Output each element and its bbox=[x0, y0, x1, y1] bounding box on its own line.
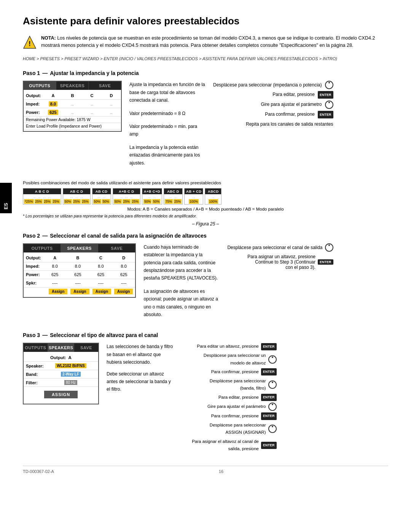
step2-spkr-c: ---- bbox=[89, 280, 112, 286]
step2-note2: La asignación de altavoces es opcional; … bbox=[143, 288, 220, 319]
tab-save[interactable]: SAVE bbox=[89, 81, 121, 90]
step2-imped-a: 8.0 bbox=[43, 263, 66, 269]
step1-controls: Desplácese para seleccionar (impedancia … bbox=[213, 81, 333, 130]
step3-note1: Las selecciones de banda y filtro se bas… bbox=[107, 343, 175, 366]
svg-point-9 bbox=[272, 356, 273, 358]
step2-side-notes: Cuando haya terminado de establecer la i… bbox=[143, 243, 220, 321]
step2-col-c: C bbox=[89, 255, 112, 261]
step2-ctrl-row-1: Desplácese para seleccionar el canal de … bbox=[227, 243, 333, 252]
step3-controls: Para editar un altavoz, presione ENTER D… bbox=[183, 343, 277, 454]
step3-enter-3: ENTER bbox=[261, 394, 277, 401]
figura: – Figura 25 – bbox=[23, 221, 388, 227]
assign-btn-b[interactable]: Assign bbox=[70, 289, 89, 294]
step2-output-label: Output: bbox=[24, 254, 43, 261]
step2-spkr-a: ---- bbox=[43, 280, 66, 286]
tab-speakers[interactable]: SPEAKERS bbox=[56, 81, 89, 90]
step2-controls: Desplácese para seleccionar el canal de … bbox=[227, 243, 333, 272]
imped-c: .. bbox=[82, 101, 102, 107]
step3-ctrl-row-3: Para confirmar, presione ENTER bbox=[183, 368, 277, 376]
ctrl-row-3: Gire para ajustar el parámetro bbox=[213, 101, 333, 109]
mode-abc-d: ABC D ... ... 75% 25% bbox=[164, 188, 183, 204]
remaining-power-info: Remaining Power Available: 1875 W bbox=[24, 117, 121, 123]
modes-grid: A B C D ... ... ... ... *25% 25% 25% 25%… bbox=[23, 188, 388, 204]
tab3-speakers[interactable]: SPEAKERS bbox=[48, 343, 75, 352]
step3-enter-2: ENTER bbox=[261, 368, 277, 375]
tab2-outputs[interactable]: OUTPUTS bbox=[24, 244, 61, 252]
imped-b: .. bbox=[63, 101, 82, 107]
step2-title: Paso 2—Seleccionar el canal de salida pa… bbox=[23, 233, 388, 239]
step3-ctrl-text-8: Desplácese para seleccionar ASSIGN (ASIG… bbox=[198, 422, 266, 436]
svg-point-7 bbox=[328, 244, 330, 246]
svg-point-3 bbox=[328, 82, 330, 83]
step1-title: Paso 1—Ajustar la impedancia y la potenc… bbox=[23, 70, 388, 76]
ctrl-text-4: Para confirmar, presione bbox=[265, 110, 315, 119]
step3-enter-1: ENTER bbox=[261, 343, 277, 350]
step2-power-c: 625 bbox=[89, 272, 112, 278]
assign-btn-d[interactable]: Assign bbox=[114, 289, 133, 294]
power-a: 625 bbox=[43, 109, 63, 116]
mode-abcd: ABCD ... 100% bbox=[205, 188, 221, 204]
step2-screen-area: OUTPUTS SPEAKERS SAVE Output: A B C D Im… bbox=[23, 243, 388, 321]
assign-btn-a[interactable]: Assign bbox=[49, 289, 67, 294]
output-label: Output: bbox=[24, 92, 43, 99]
step3-ctrl-row-6: Gire para ajustar el parámetro bbox=[183, 403, 277, 411]
svg-point-5 bbox=[328, 102, 330, 103]
tab2-save[interactable]: SAVE bbox=[98, 244, 135, 252]
step2-ctrl-text-2: Para asignar un altavoz, presione Contin… bbox=[247, 254, 315, 270]
step3-ctrl-text-4: Desplácese para seleccionar (banda, filt… bbox=[198, 377, 266, 392]
step1-note1: Ajuste la impedancia en función de la ba… bbox=[129, 81, 206, 104]
step2-col-d: D bbox=[112, 255, 135, 261]
step2-enter-badge: ENTER bbox=[318, 259, 333, 265]
svg-text:!: ! bbox=[29, 40, 31, 48]
step3-speaker-val: WL2102 Bi/FNS bbox=[43, 363, 98, 369]
step3-screen-body: Output: A Speaker: WL2102 Bi/FNS Band: 2… bbox=[24, 352, 98, 404]
step2-imped-label: Imped: bbox=[24, 263, 43, 270]
step3-output-label: Output: bbox=[50, 355, 66, 360]
step2-imped-d: 8.0 bbox=[112, 263, 135, 269]
tab-outputs[interactable]: OUTPUTS bbox=[24, 81, 56, 90]
step1-side-notes: Ajuste la impedancia en función de la ba… bbox=[129, 81, 206, 169]
step2-col-header-row: Output: A B C D bbox=[24, 254, 135, 262]
knob-icon-1 bbox=[325, 81, 333, 89]
step2-imped-b: 8.0 bbox=[66, 263, 89, 269]
assign-btn-c[interactable]: Assign bbox=[92, 289, 111, 294]
step2-ctrl-text-1: Desplácese para seleccionar el canal de … bbox=[227, 245, 322, 250]
step3-section: Paso 3—Seleccionar el tipo de altavoz pa… bbox=[23, 332, 388, 454]
step2-power-label: Power: bbox=[24, 271, 43, 278]
step3-note2: Debe seleccionar un altavoz antes de sel… bbox=[107, 370, 175, 393]
step3-ctrl-row-1: Para editar un altavoz, presione ENTER bbox=[183, 343, 277, 350]
step3-assign-container: ASSIGN bbox=[24, 387, 98, 402]
mode-abcd-sep: A B C D ... ... ... ... *25% 25% 25% 25% bbox=[23, 188, 61, 204]
step2-note1: Cuando haya terminado de establecer la i… bbox=[143, 243, 220, 282]
step2-col-b: B bbox=[66, 255, 89, 261]
step1-screen-body: Output: A B C D Imped: 8.0 .. .. .. Powe… bbox=[24, 90, 121, 131]
tab3-save[interactable]: SAVE bbox=[74, 343, 98, 352]
ctrl-text-3: Gire para ajustar el parámetro bbox=[261, 101, 322, 109]
mode-apb-cpd: A+B C+D ... ... 50% 50% bbox=[142, 188, 162, 204]
step1-note2: Valor predeterminado = 8 Ω bbox=[129, 110, 206, 117]
step3-assign-btn[interactable]: ASSIGN bbox=[44, 391, 78, 398]
tab2-speakers[interactable]: SPEAKERS bbox=[61, 244, 98, 252]
step3-knob-icon-1 bbox=[268, 355, 277, 364]
power-d: .. bbox=[102, 109, 121, 115]
step2-imped-c: 8.0 bbox=[89, 263, 112, 269]
step2-imped-row: Imped: 8.0 8.0 8.0 8.0 bbox=[24, 262, 135, 271]
step3-band-row: Band: 2-Way LF bbox=[24, 370, 98, 379]
step3-enter-5: ENTER bbox=[261, 442, 277, 449]
ctrl-row-5: Repita para los canales de salida restan… bbox=[213, 120, 333, 129]
step2-power-a: 625 bbox=[43, 272, 66, 278]
step1-note4: La impedancia y la potencia están enlaza… bbox=[129, 144, 206, 167]
step3-filter-label: Filter: bbox=[24, 379, 43, 386]
step2-power-d: 625 bbox=[112, 272, 135, 278]
ctrl-text-2: Para editar, presione bbox=[272, 91, 315, 99]
modes-label: Modos: A B = Canales separados / A+B = M… bbox=[23, 207, 388, 211]
step3-enter-4: ENTER bbox=[261, 412, 277, 420]
tab3-outputs[interactable]: OUTPUTS bbox=[24, 343, 48, 352]
step3-knob-icon-4 bbox=[268, 425, 277, 433]
language-label: ES bbox=[0, 183, 12, 213]
step3-title: Paso 3—Seleccionar el tipo de altavoz pa… bbox=[23, 332, 388, 338]
step3-speaker-label: Speaker: bbox=[24, 363, 43, 369]
step3-output-header: Output: A bbox=[24, 353, 98, 362]
load-profile-info: Enter Load Profile (Impedance and Power) bbox=[24, 123, 121, 129]
step2-col-a: A bbox=[43, 255, 66, 261]
